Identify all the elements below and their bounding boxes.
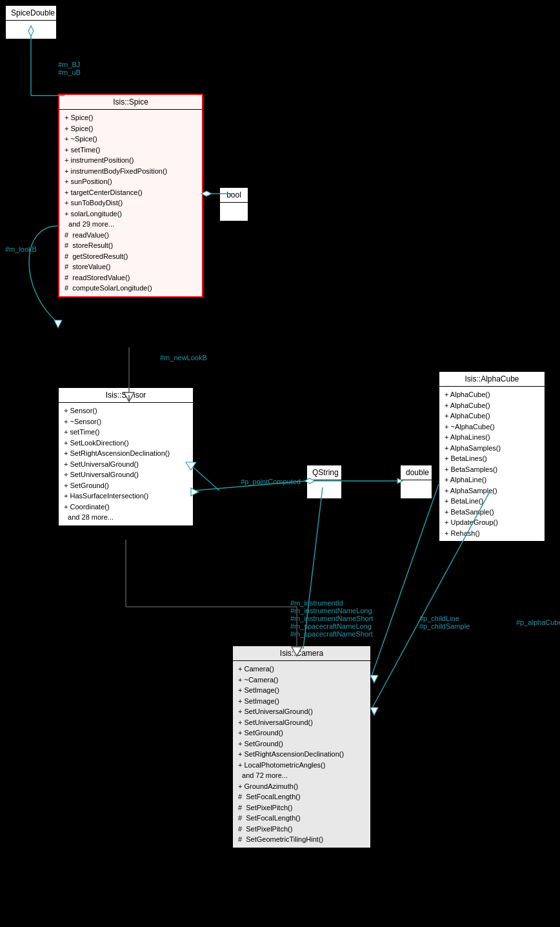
- alpha-method-10: + AlphaSample(): [445, 485, 539, 496]
- sensor-method-1: + Sensor(): [64, 405, 188, 416]
- camera-method-4: + SetImage(): [238, 696, 365, 707]
- sensor-method-3: + setTime(): [64, 427, 188, 438]
- alpha-method-2: + AlphaCube(): [445, 400, 539, 411]
- qstring-box: QString: [306, 465, 342, 499]
- alpha-method-6: + AlphaSamples(): [445, 443, 539, 454]
- isisspice-method-2: + Spice(): [65, 123, 197, 134]
- svg-line-24: [371, 484, 439, 678]
- label-p-alphacube: #p_alphaCube: [516, 618, 560, 626]
- sensor-method-5: + SetRightAscensionDeclination(): [64, 448, 188, 459]
- isisspice-method-12: # storeResult(): [65, 240, 197, 251]
- spicedouble-title: SpiceDouble: [6, 6, 56, 21]
- alpha-method-3: + AlphaCube(): [445, 411, 539, 422]
- label-m-bj: #m_BJ #m_uB: [58, 61, 81, 76]
- sensor-method-2: + ~Sensor(): [64, 416, 188, 427]
- alpha-method-9: + AlphaLine(): [445, 474, 539, 485]
- alphacube-title: Isis::AlphaCube: [439, 372, 545, 387]
- camera-method-11: + GroundAzimuth(): [238, 781, 365, 792]
- isisspice-box: Isis::Spice + Spice() + Spice() + ~Spice…: [58, 94, 203, 298]
- alpha-method-14: + Rehash(): [445, 528, 539, 539]
- sensor-method-8: + SetGround(): [64, 480, 188, 491]
- double-methods: [401, 480, 432, 498]
- sensor-method-6: + SetUniversalGround(): [64, 459, 188, 470]
- camera-method-16: # SetGeometricTilingHint(): [238, 834, 365, 845]
- isissensor-methods: + Sensor() + ~Sensor() + setTime() + Set…: [59, 403, 193, 525]
- isisspice-method-15: # readStoredValue(): [65, 272, 197, 283]
- isisspice-title: Isis::Spice: [59, 95, 202, 110]
- sensor-more: and 28 more...: [64, 512, 188, 523]
- sensor-method-10: + Coordinate(): [64, 502, 188, 513]
- camera-method-14: # SetFocalLength(): [238, 813, 365, 824]
- camera-method-1: + Camera(): [238, 664, 365, 675]
- isissensor-box: Isis::Sensor + Sensor() + ~Sensor() + se…: [58, 387, 194, 526]
- alpha-method-7: + BetaLines(): [445, 453, 539, 464]
- camera-method-13: # SetPixelPitch(): [238, 802, 365, 813]
- isisspice-method-8: + targetCenterDistance(): [65, 187, 197, 198]
- camera-method-10: + LocalPhotometricAngles(): [238, 760, 365, 771]
- alpha-method-4: + ~AlphaCube(): [445, 422, 539, 433]
- label-m-lookb: #m_lookB: [5, 245, 37, 253]
- alpha-method-12: + BetaSample(): [445, 507, 539, 518]
- alpha-method-8: + BetaSamples(): [445, 464, 539, 475]
- alpha-method-5: + AlphaLines(): [445, 432, 539, 443]
- alphacube-methods: + AlphaCube() + AlphaCube() + AlphaCube(…: [439, 387, 545, 541]
- qstring-methods: [307, 480, 341, 498]
- isisspice-method-16: # computeSolarLongitude(): [65, 283, 197, 294]
- alpha-method-13: + UpdateGroup(): [445, 517, 539, 528]
- camera-method-2: + ~Camera(): [238, 675, 365, 686]
- bool-methods: [220, 203, 248, 221]
- alpha-method-1: + AlphaCube(): [445, 389, 539, 400]
- isisspice-method-7: + sunPosition(): [65, 176, 197, 187]
- isisspice-methods: + Spice() + Spice() + ~Spice() + setTime…: [59, 110, 202, 296]
- svg-marker-25: [370, 675, 378, 683]
- alpha-method-11: + BetaLine(): [445, 496, 539, 507]
- camera-method-15: # SetPixelPitch(): [238, 824, 365, 835]
- camera-method-6: + SetUniversalGround(): [238, 717, 365, 728]
- isisspice-method-1: + Spice(): [65, 112, 197, 123]
- qstring-title: QString: [307, 465, 341, 480]
- double-title: double: [401, 465, 432, 480]
- isissensor-title: Isis::Sensor: [59, 388, 193, 403]
- isisspice-more: and 29 more...: [65, 219, 197, 230]
- label-m-instrument: #m_instrumentId #m_instrumentNameLong #m…: [290, 599, 373, 638]
- isisspice-method-10: + solarLongitude(): [65, 209, 197, 219]
- isiscamera-box: Isis::Camera + Camera() + ~Camera() + Se…: [232, 646, 371, 848]
- label-p-childline: #p_childLine #p_childSample: [419, 615, 470, 630]
- sensor-method-9: + HasSurfaceIntersection(): [64, 491, 188, 502]
- isisspice-method-11: # readValue(): [65, 230, 197, 241]
- isisspice-method-4: + setTime(): [65, 145, 197, 156]
- isiscamera-title: Isis::Camera: [233, 646, 370, 661]
- bool-title: bool: [220, 188, 248, 203]
- sensor-method-4: + SetLookDirection(): [64, 438, 188, 449]
- spicedouble-box: SpiceDouble: [5, 5, 57, 39]
- isisspice-method-3: + ~Spice(): [65, 134, 197, 145]
- isiscamera-methods: + Camera() + ~Camera() + SetImage() + Se…: [233, 661, 370, 848]
- svg-marker-11: [54, 320, 62, 328]
- camera-method-12: # SetFocalLength(): [238, 791, 365, 802]
- label-p-pointcomputed: #p_pointComputed: [241, 478, 301, 485]
- camera-method-5: + SetUniversalGround(): [238, 706, 365, 717]
- alphacube-box: Isis::AlphaCube + AlphaCube() + AlphaCub…: [439, 371, 545, 542]
- label-m-newlookb: #m_newLookB: [160, 354, 207, 362]
- isisspice-method-5: + instrumentPosition(): [65, 155, 197, 166]
- isisspice-method-9: + sunToBodyDist(): [65, 198, 197, 209]
- sensor-method-7: + SetUniversalGround(): [64, 469, 188, 480]
- camera-more: and 72 more...: [238, 770, 365, 781]
- bool-box: bool: [219, 187, 248, 221]
- isisspice-method-13: # getStoredResult(): [65, 251, 197, 262]
- double-box: double: [400, 465, 432, 499]
- spicedouble-methods: [6, 21, 56, 39]
- svg-line-12: [190, 465, 219, 491]
- camera-method-8: + SetGround(): [238, 739, 365, 749]
- camera-method-7: + SetGround(): [238, 728, 365, 739]
- isisspice-method-14: # storeValue(): [65, 261, 197, 272]
- camera-method-9: + SetRightAscensionDeclination(): [238, 749, 365, 760]
- svg-marker-27: [370, 708, 378, 715]
- isisspice-method-6: + instrumentBodyFixedPosition(): [65, 166, 197, 177]
- camera-method-3: + SetImage(): [238, 685, 365, 696]
